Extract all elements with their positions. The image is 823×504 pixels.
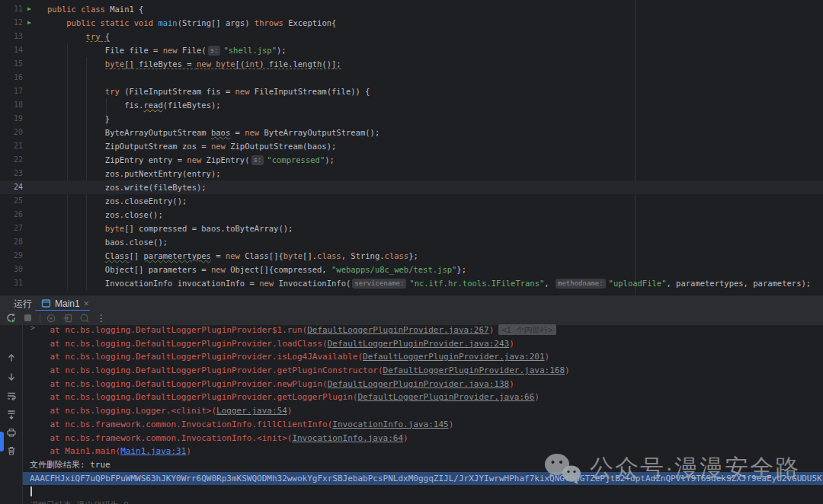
more-options-icon[interactable]: ⋮ [97, 313, 106, 324]
stack-trace-link[interactable]: DefaultLoggerPluginProvider.java:138 [328, 379, 509, 389]
stack-trace-link[interactable]: DefaultLoggerPluginProvider.java:66 [357, 392, 534, 402]
console-left-toolbar [0, 325, 23, 504]
code-text: ByteArrayOutputStream baos = new ByteArr… [47, 126, 379, 139]
code-line-25[interactable]: 25 zos.closeEntry(); [0, 194, 823, 208]
line-number: 26 [0, 208, 23, 222]
code-text: ZipOutputStream zos = new ZipOutputStrea… [47, 139, 336, 153]
console-line: 进程已结束,退出代码为 0 [23, 499, 823, 504]
code-line-21[interactable]: 21 ZipOutputStream zos = new ZipOutputSt… [0, 139, 823, 153]
code-line-15[interactable]: 15 byte[] fileBytes = new byte[(int) fil… [0, 57, 823, 71]
run-gutter-icon[interactable]: ▶ [27, 16, 37, 30]
code-line-22[interactable]: 22 ZipEntry entry = new ZipEntry(s:"comp… [0, 153, 823, 167]
rerun-icon[interactable] [5, 312, 17, 324]
line-number: 31 [0, 276, 23, 290]
line-number: 17 [0, 85, 23, 98]
close-icon[interactable]: × [84, 298, 89, 309]
code-text: try { [47, 30, 110, 43]
code-line-11[interactable]: 11▶public class Main1 { [0, 2, 823, 16]
console-line: at Main1.main(Main1.java:31) [23, 445, 823, 458]
console-line: at nc.bs.logging.DefaultLoggerPluginProv… [23, 324, 823, 337]
code-text: public static void main(String[] args) t… [47, 16, 336, 30]
line-number: 27 [0, 222, 23, 235]
code-line-19[interactable]: 19 } [0, 112, 823, 126]
line-number: 25 [0, 194, 23, 208]
line-number: 28 [0, 235, 23, 249]
active-tool-window-stripe[interactable] [0, 432, 4, 451]
text-caret [30, 486, 32, 496]
code-editor[interactable]: 11▶public class Main1 {12▶ public static… [0, 0, 823, 295]
line-number: 23 [0, 167, 23, 180]
stop-icon[interactable] [21, 312, 34, 324]
console-line: at nc.bs.logging.Logger.<clinit>(Logger.… [23, 404, 823, 418]
down-stack-trace-icon[interactable] [6, 372, 18, 383]
scroll-to-end-icon[interactable] [6, 409, 18, 420]
code-line-31[interactable]: 31 InvocationInfo invocationInfo = new I… [0, 276, 823, 290]
run-tool-window: 运行 Main1 × [0, 295, 823, 504]
line-number: 21 [0, 139, 23, 153]
line-number: 11 [0, 2, 23, 16]
console-line: 文件删除结果: true [23, 458, 823, 472]
code-line-13[interactable]: 13 try { [0, 30, 823, 43]
stack-trace-link[interactable]: DefaultLoggerPluginProvider.java:243 [328, 339, 509, 349]
line-number: 24 [0, 180, 23, 194]
code-line-28[interactable]: 28 baos.close(); [0, 235, 823, 249]
line-number: 18 [0, 98, 23, 112]
line-number: 15 [0, 57, 23, 71]
line-number: 16 [0, 71, 23, 85]
code-text: File file = new File(s:"shell.jsp"); [47, 43, 287, 57]
selected-output-line[interactable]: AAACFHJxiQF7uQPbFPuWMWS63hJKY0Wrr6QW0Rp3… [23, 472, 823, 486]
stack-trace-link[interactable]: Logger.java:54 [216, 406, 287, 416]
line-number: 22 [0, 153, 23, 167]
console-line: at nc.bs.logging.DefaultLoggerPluginProv… [23, 378, 823, 391]
console-line [23, 485, 823, 499]
code-line-16[interactable]: 16 [0, 71, 823, 85]
line-number: 12 [0, 16, 23, 30]
folded-frames-badge[interactable]: <1 个内部行> [498, 324, 556, 335]
stack-trace-link[interactable]: InvocationInfo.java:64 [292, 433, 403, 443]
code-line-23[interactable]: 23 zos.putNextEntry(entry); [0, 167, 823, 180]
code-line-26[interactable]: 26 zos.close(); [0, 208, 823, 222]
inlay-hint: s: [251, 155, 264, 165]
console-line: at nc.bs.logging.DefaultLoggerPluginProv… [23, 391, 823, 404]
code-text: byte[] compressed = baos.toByteArray(); [47, 222, 293, 235]
jump-to-source-icon[interactable] [62, 312, 74, 324]
code-line-29[interactable]: 29 Class[] parametertypes = new Class[]{… [0, 249, 823, 263]
stack-trace-link[interactable]: Main1.java:31 [120, 446, 186, 456]
code-line-14[interactable]: 14 File file = new File(s:"shell.jsp"); [0, 43, 823, 57]
code-line-30[interactable]: 30 Object[] parameters = new Object[]{co… [0, 263, 823, 276]
run-tab-main1[interactable]: Main1 × [35, 295, 95, 311]
console-line: at nc.bs.framework.common.InvocationInfo… [23, 418, 823, 432]
code-line-20[interactable]: 20 ByteArrayOutputStream baos = new Byte… [0, 126, 823, 139]
stack-trace-link[interactable]: DefaultLoggerPluginProvider.java:267 [307, 325, 488, 335]
code-line-27[interactable]: 27 byte[] compressed = baos.toByteArray(… [0, 222, 823, 235]
code-line-18[interactable]: 18 fis.read(fileBytes); [0, 98, 823, 112]
code-text: ZipEntry entry = new ZipEntry(s:"compres… [47, 153, 335, 167]
no-results-icon[interactable] [78, 312, 91, 324]
stack-trace-link[interactable]: InvocationInfo.java:145 [332, 419, 448, 429]
stack-trace-link[interactable]: DefaultLoggerPluginProvider.java:168 [383, 365, 565, 375]
line-number: 30 [0, 263, 23, 276]
line-number: 13 [0, 30, 23, 43]
code-text: zos.putNextEntry(entry); [47, 167, 221, 180]
code-text: try (FileInputStream fis = new FileInput… [47, 85, 370, 98]
stack-trace-link[interactable]: DefaultLoggerPluginProvider.java:201 [363, 352, 544, 362]
run-gutter-icon[interactable]: ▶ [27, 2, 37, 16]
code-text: zos.close(); [47, 208, 163, 222]
code-line-12[interactable]: 12▶ public static void main(String[] arg… [0, 16, 823, 30]
print-icon[interactable] [6, 427, 18, 439]
line-number: 20 [0, 126, 23, 139]
line-number: 14 [0, 43, 23, 57]
console-line: at nc.bs.framework.common.InvocationInfo… [23, 432, 823, 445]
console-output[interactable]: at nc.bs.logging.DefaultLoggerPluginProv… [23, 324, 823, 504]
inlay-hint: methodname: [556, 279, 606, 289]
clear-all-icon[interactable] [6, 445, 18, 457]
code-text: byte[] fileBytes = new byte[(int) file.l… [47, 57, 341, 71]
line-number: 29 [0, 249, 23, 263]
soft-wrap-icon[interactable] [6, 391, 18, 402]
code-line-24[interactable]: 24 zos.write(fileBytes); [0, 180, 823, 194]
code-text: baos.close(); [47, 235, 168, 249]
coverage-icon[interactable] [45, 312, 57, 324]
code-line-17[interactable]: 17 try (FileInputStream fis = new FileIn… [0, 85, 823, 98]
code-text: zos.write(fileBytes); [47, 180, 207, 194]
up-stack-trace-icon[interactable] [6, 352, 18, 364]
